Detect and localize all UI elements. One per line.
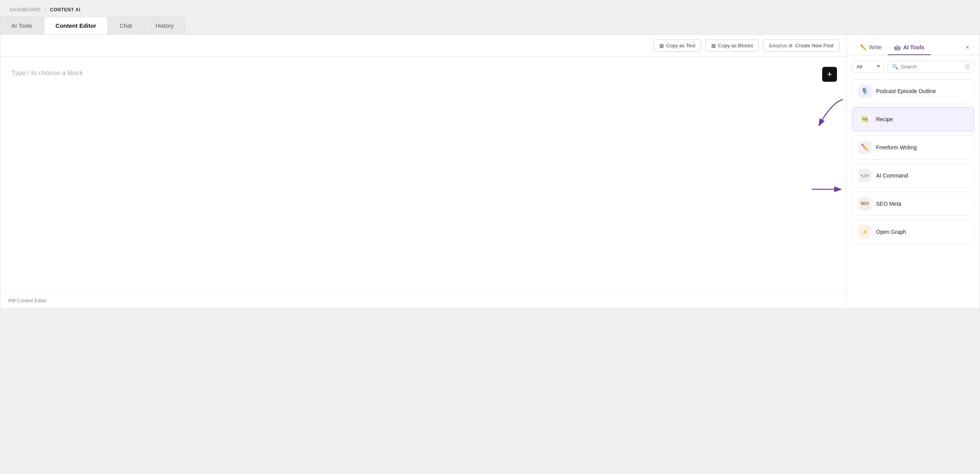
right-panel-header: ✏️ Write 🤖 AI Tools × <box>847 35 980 55</box>
podcast-icon: 🎙️ <box>861 87 869 95</box>
tool-item-podcast-episode-outline[interactable]: 🎙️ Podcast Episode Outline <box>852 79 974 103</box>
search-icon: 🔍 <box>892 64 898 70</box>
freeform-icon-wrap: ✏️ <box>858 141 871 154</box>
tool-item-recipe[interactable]: 👨‍🍳 Recipe <box>852 107 974 131</box>
filter-row: All Writing SEO Social 🔍 / <box>847 55 980 77</box>
recipe-tool-name: Recipe <box>876 116 893 122</box>
tool-item-ai-command[interactable]: </> AI Command <box>852 163 974 188</box>
tab-history[interactable]: History <box>144 16 185 34</box>
ai-command-icon: </> <box>860 173 869 178</box>
open-graph-icon: ⚡ <box>862 229 868 235</box>
right-panel-tabs: ✏️ Write 🤖 AI Tools <box>854 40 931 55</box>
app-container: DASHBOARD / CONTENT AI AI Tools Content … <box>0 0 980 309</box>
main-area: ▦ Copy as Text ▦ Copy as Blocks &#oplus;… <box>0 35 980 309</box>
freeform-icon: ✏️ <box>861 144 869 151</box>
create-post-icon: &#oplus;⊕ <box>769 43 793 48</box>
freeform-tool-name: Freeform Writing <box>876 144 917 151</box>
copy-as-blocks-button[interactable]: ▦ Copy as Blocks <box>705 40 759 52</box>
ai-tools-icon: 🤖 <box>894 44 901 50</box>
tool-list: 🎙️ Podcast Episode Outline 👨‍🍳 Recipe ✏️… <box>847 77 980 246</box>
tool-item-freeform-writing[interactable]: ✏️ Freeform Writing <box>852 135 974 160</box>
copy-blocks-icon: ▦ <box>711 43 716 48</box>
filter-select[interactable]: All Writing SEO Social <box>852 61 884 73</box>
add-block-button[interactable]: + <box>822 67 837 82</box>
write-icon: ✏️ <box>860 44 867 50</box>
tool-item-open-graph[interactable]: ⚡ Open Graph <box>852 220 974 244</box>
right-panel: ✏️ Write 🤖 AI Tools × All Writing SEO So… <box>847 35 980 308</box>
ai-command-icon-wrap: </> <box>858 169 871 182</box>
create-new-post-button[interactable]: &#oplus;⊕ Create New Post <box>763 40 839 52</box>
editor-footer: RM Content Editor <box>0 293 846 308</box>
seo-tool-name: SEO Meta <box>876 201 901 207</box>
editor-panel: ▦ Copy as Text ▦ Copy as Blocks &#oplus;… <box>0 35 847 308</box>
recipe-icon: 👨‍🍳 <box>861 115 869 123</box>
tab-ai-tools[interactable]: AI Tools <box>0 16 43 34</box>
tab-content-editor[interactable]: Content Editor <box>44 16 107 34</box>
editor-toolbar: ▦ Copy as Text ▦ Copy as Blocks &#oplus;… <box>0 35 846 57</box>
close-button[interactable]: × <box>962 42 973 53</box>
copy-text-icon: ▦ <box>659 43 664 48</box>
seo-icon-wrap: SEO <box>858 197 871 210</box>
search-input[interactable] <box>901 64 962 70</box>
ai-command-tool-name: AI Command <box>876 172 908 179</box>
podcast-icon-wrap: 🎙️ <box>858 84 871 98</box>
search-box: 🔍 / <box>888 61 974 73</box>
editor-body[interactable]: Type / to choose a block + <box>0 57 846 293</box>
search-shortcut: / <box>965 64 970 70</box>
podcast-tool-name: Podcast Episode Outline <box>876 88 936 94</box>
open-graph-icon-wrap: ⚡ <box>858 225 871 239</box>
tabs-bar: AI Tools Content Editor Chat History <box>0 16 980 35</box>
seo-icon: SEO <box>860 201 869 206</box>
breadcrumb-separator: / <box>45 7 46 13</box>
breadcrumb: DASHBOARD / CONTENT AI <box>0 0 980 16</box>
tab-chat[interactable]: Chat <box>108 16 143 34</box>
copy-as-text-button[interactable]: ▦ Copy as Text <box>653 40 701 52</box>
tool-item-seo-meta[interactable]: SEO SEO Meta <box>852 192 974 216</box>
breadcrumb-home[interactable]: DASHBOARD <box>9 7 41 13</box>
recipe-icon-wrap: 👨‍🍳 <box>858 113 871 126</box>
editor-placeholder: Type / to choose a block <box>11 69 835 77</box>
right-tab-write[interactable]: ✏️ Write <box>854 40 888 55</box>
breadcrumb-current: CONTENT AI <box>50 7 80 13</box>
right-tab-ai-tools[interactable]: 🤖 AI Tools <box>888 40 930 55</box>
open-graph-tool-name: Open Graph <box>876 229 906 235</box>
